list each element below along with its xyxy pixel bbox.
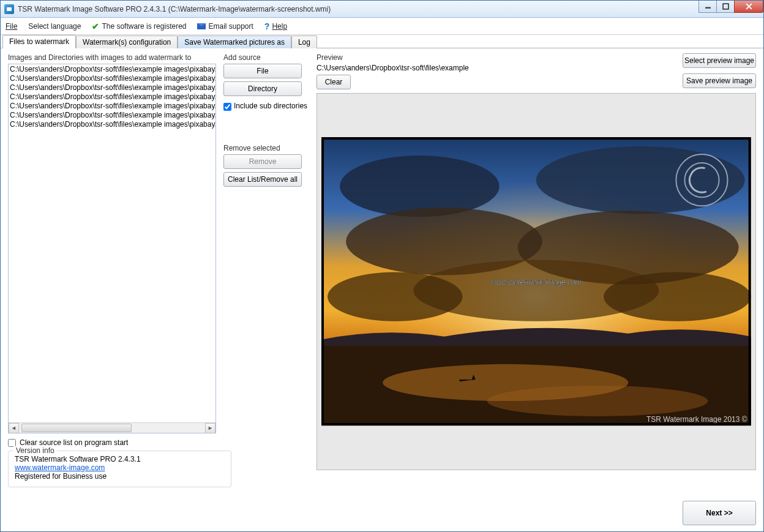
check-icon: ✔ bbox=[92, 21, 99, 31]
window-title: TSR Watermark Image Software PRO 2.4.3.1… bbox=[18, 5, 699, 13]
include-sub-label: Include sub directories bbox=[234, 102, 307, 110]
svg-point-11 bbox=[328, 272, 463, 321]
app-window: TSR Watermark Image Software PRO 2.4.3.1… bbox=[0, 0, 764, 532]
list-item[interactable]: C:\Users\anders\Dropbox\tsr-soft\files\e… bbox=[10, 83, 214, 92]
preview-image: www.watermark-image.com TSR Watermark Im… bbox=[316, 93, 756, 470]
list-item[interactable]: C:\Users\anders\Dropbox\tsr-soft\files\e… bbox=[10, 65, 214, 74]
sunset-image: www.watermark-image.com TSR Watermark Im… bbox=[321, 137, 751, 425]
version-line1: TSR Watermark Software PRO 2.4.3.1 bbox=[15, 455, 225, 463]
add-source-label: Add source bbox=[223, 53, 309, 62]
list-item[interactable]: C:\Users\anders\Dropbox\tsr-soft\files\e… bbox=[10, 92, 214, 102]
app-icon bbox=[4, 4, 14, 14]
clear-source-row[interactable]: Clear source list on program start bbox=[8, 438, 309, 447]
clear-preview-button[interactable]: Clear bbox=[316, 75, 351, 89]
titlebar: TSR Watermark Image Software PRO 2.4.3.1… bbox=[1, 1, 763, 18]
list-item[interactable]: C:\Users\anders\Dropbox\tsr-soft\files\e… bbox=[10, 102, 214, 111]
svg-rect-1 bbox=[723, 4, 728, 9]
menu-help[interactable]: ?Help bbox=[264, 21, 287, 31]
corner-credit: TSR Watermark Image 2013 © bbox=[646, 416, 747, 424]
scroll-left-icon[interactable]: ◄ bbox=[9, 423, 19, 433]
minimize-button[interactable] bbox=[698, 1, 717, 13]
version-box: Version info TSR Watermark Software PRO … bbox=[8, 451, 231, 487]
clear-source-checkbox[interactable] bbox=[8, 439, 16, 447]
list-item[interactable]: C:\Users\anders\Dropbox\tsr-soft\files\e… bbox=[10, 120, 214, 129]
scroll-right-icon[interactable]: ► bbox=[205, 423, 215, 433]
file-list-label: Images and Directories with images to ad… bbox=[8, 53, 216, 62]
svg-point-15 bbox=[487, 386, 708, 416]
select-preview-button[interactable]: Select preview image bbox=[683, 53, 756, 68]
menu-registered[interactable]: ✔The software is registered bbox=[92, 21, 186, 31]
scroll-thumb[interactable] bbox=[21, 424, 132, 432]
content: Images and Directories with images to ad… bbox=[1, 48, 763, 531]
next-button[interactable]: Next >> bbox=[683, 501, 756, 525]
include-sub-row[interactable]: Include sub directories bbox=[223, 102, 309, 111]
menu-email[interactable]: Email support bbox=[197, 22, 253, 31]
version-legend: Version info bbox=[13, 446, 57, 455]
save-preview-button[interactable]: Save preview image bbox=[683, 73, 756, 88]
add-file-button[interactable]: File bbox=[223, 64, 302, 78]
mid-column: Add source File Directory Include sub di… bbox=[223, 53, 309, 433]
tab-save[interactable]: Save Watermarked pictures as bbox=[178, 36, 291, 48]
preview-path: C:\Users\anders\Dropbox\tsr-soft\files\e… bbox=[316, 64, 683, 72]
maximize-button[interactable] bbox=[716, 1, 735, 13]
close-button[interactable] bbox=[734, 1, 763, 13]
watermark-text: www.watermark-image.com bbox=[491, 278, 582, 287]
left-column: Images and Directories with images to ad… bbox=[8, 53, 216, 433]
remove-button[interactable]: Remove bbox=[223, 154, 302, 169]
svg-point-6 bbox=[340, 156, 500, 217]
h-scrollbar[interactable]: ◄ ► bbox=[9, 422, 215, 433]
remove-selected-label: Remove selected bbox=[223, 144, 309, 152]
tab-files[interactable]: Files to watermark bbox=[2, 35, 76, 48]
version-line3: Registered for Business use bbox=[15, 472, 225, 481]
tab-log[interactable]: Log bbox=[291, 36, 317, 48]
help-icon: ? bbox=[264, 21, 270, 31]
list-item[interactable]: C:\Users\anders\Dropbox\tsr-soft\files\e… bbox=[10, 111, 214, 120]
menu-file[interactable]: File bbox=[6, 22, 17, 31]
right-column: Preview C:\Users\anders\Dropbox\tsr-soft… bbox=[316, 53, 756, 525]
clear-source-label: Clear source list on program start bbox=[20, 438, 128, 447]
include-sub-checkbox[interactable] bbox=[223, 103, 231, 111]
file-list[interactable]: C:\Users\anders\Dropbox\tsr-soft\files\e… bbox=[8, 64, 216, 433]
menubar: File Select language ✔The software is re… bbox=[1, 18, 763, 35]
svg-point-12 bbox=[604, 272, 751, 321]
tab-bar: Files to watermark Watermark(s) configur… bbox=[1, 35, 763, 48]
version-link[interactable]: www.watermark-image.com bbox=[15, 463, 105, 472]
tab-config[interactable]: Watermark(s) configuration bbox=[76, 36, 178, 48]
add-directory-button[interactable]: Directory bbox=[223, 81, 302, 96]
window-buttons bbox=[699, 1, 763, 17]
mail-icon bbox=[197, 23, 206, 29]
clear-all-button[interactable]: Clear List/Remove all bbox=[223, 172, 302, 187]
menu-language[interactable]: Select language bbox=[28, 22, 81, 31]
list-item[interactable]: C:\Users\anders\Dropbox\tsr-soft\files\e… bbox=[10, 74, 214, 83]
preview-label: Preview bbox=[316, 53, 683, 62]
